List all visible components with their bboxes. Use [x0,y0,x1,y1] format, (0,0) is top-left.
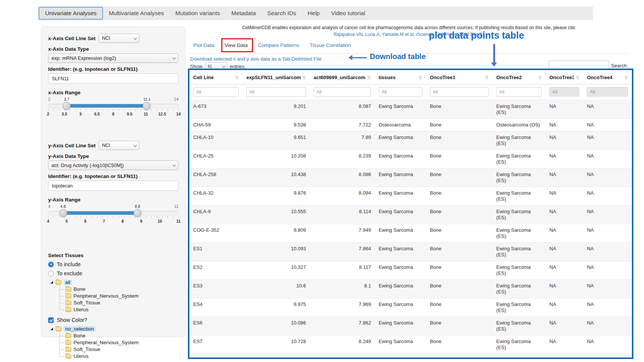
col-header-oncotree3[interactable]: OncoTree3⇅ [546,70,583,84]
tick-mark [64,109,65,111]
entries-per-page-value: 61 [208,64,212,69]
tissues-include-radio[interactable]: To include [48,261,178,267]
entries-per-page-select[interactable]: 61 [205,62,227,70]
folder-icon [66,294,71,298]
col-header-inner: OncoTree3⇅ [549,75,579,80]
show-color-checkbox[interactable]: Show Color? [48,317,178,323]
data-table-container: Cell Line⇅expSLFN11_uniSarcoma⇅act609699… [189,70,632,357]
cell-oncotree4: NA [583,169,632,187]
cell-expslfn11-unisarcoma: 10.555 [242,206,310,224]
filter-input-oncotree1[interactable] [430,87,489,97]
tree-root-no-selection[interactable]: no_selection [50,326,178,332]
col-header-expslfn11-unisarcoma[interactable]: expSLFN11_uniSarcoma⇅ [242,70,310,84]
cell-oncotree4: NA [583,150,632,169]
col-header-oncotree4[interactable]: OncoTree4⇅ [583,70,632,84]
tab-compare-patterns[interactable]: Compare Patterns [258,42,300,48]
filter-input-oncotree2[interactable] [496,87,542,97]
sort-icon[interactable]: ⇅ [624,75,628,80]
tissue-include-tree[interactable]: allBonePeripheral_Nervous_SystemSoft_Tis… [50,279,178,312]
tick-label: 11 [144,112,148,116]
y-axis-data-type-label: y-Axis Data Type [48,153,178,159]
search-input[interactable] [549,61,609,71]
sort-icon[interactable]: ⇅ [538,75,542,80]
tick-label: 2 [47,112,49,116]
filter-cell-oncotree2 [492,84,546,100]
sort-icon[interactable]: ⇅ [575,75,579,80]
tree-item-peripheral-nervous-system[interactable]: Peripheral_Nervous_System [59,293,178,299]
cell-oncotree2: Ewing Sarcoma (ES) [492,317,546,335]
sort-icon[interactable]: ⇅ [235,75,239,80]
tick-mark [102,216,103,218]
sort-icon[interactable]: ⇅ [302,75,306,80]
nav-tab-metadata[interactable]: Metadata [226,6,262,20]
tree-node: Bone [66,286,178,292]
col-header-inner: OncoTree4⇅ [587,75,628,80]
cell-tissues: Osteosarcoma [375,119,426,131]
tab-view-data[interactable]: View Data [225,42,248,48]
tick-mark [64,216,65,218]
tree-item-bone[interactable]: Bone [59,333,178,339]
col-header-oncotree1[interactable]: OncoTree1⇅ [426,70,492,84]
col-header-cell-line[interactable]: Cell Line⇅ [189,70,242,84]
x-axis-identifier-input[interactable] [48,73,178,84]
tree-root-all[interactable]: all [50,279,178,285]
tab-plot-data[interactable]: Plot Data [193,42,214,48]
tick-mark [157,109,157,111]
y-axis-range-slider[interactable]: 4114.88.84567891011 [48,204,178,228]
filter-input-act609699-unisarcoma[interactable] [314,87,371,97]
tree-item-soft-tissue[interactable]: Soft_Tissue [59,346,178,352]
tree-children: BonePeripheral_Nervous_SystemSoft_Tissue… [59,286,178,312]
citation-link-row: Rajapakse.VN, Luna.A, Yamade.M et al. iS… [191,32,627,37]
tissue-color-tree[interactable]: no_selectionBonePeripheral_Nervous_Syste… [50,326,178,359]
nav-tab-univariate-analyses[interactable]: Univariate Analyses [39,7,103,20]
nav-tab-video-tutorial[interactable]: Video tutorial [325,6,371,20]
cell-oncotree3: NA [546,298,583,317]
tree-item-soft-tissue[interactable]: Soft_Tissue [59,300,178,306]
slider-labels: 2143.711.1 [48,97,178,102]
nav-tab-multivariate-analyses[interactable]: Multivariate Analyses [103,6,170,20]
tree-item-bone[interactable]: Bone [59,286,178,292]
tree-item-peripheral-nervous-system[interactable]: Peripheral_Nervous_System [59,340,178,345]
nav-tab-mutation-variants[interactable]: Mutation variants [170,6,226,20]
y-axis-data-type-select[interactable]: act: Drug Activity (-log10[IC50M]) [48,161,178,170]
cell-expslfn11-unisarcoma: 9.876 [242,187,310,206]
col-header-label: expSLFN11_uniSarcoma [246,75,300,80]
nav-tab-search-ids[interactable]: Search IDs [261,6,302,20]
cell-expslfn11-unisarcoma: 9.201 [242,100,310,119]
tree-item-uterus[interactable]: Uterus [59,307,178,312]
col-header-tissues[interactable]: tissues⇅ [375,70,426,84]
filter-cell-tissues [375,84,426,100]
tick-mark [53,216,54,218]
y-axis-identifier-input[interactable] [48,181,178,191]
nav-tab-help[interactable]: Help [302,6,325,20]
table-row: ES210.3278.117Ewing SarcomaBoneEwing Sar… [189,261,632,280]
filter-input-expslfn11-unisarcoma[interactable] [246,87,306,97]
tree-item-uterus[interactable]: Uterus [59,353,178,359]
slider-from-label: 3.7 [63,97,70,101]
sort-icon[interactable]: ⇅ [367,75,371,80]
cell-tissues: Ewing Sarcoma [375,150,426,169]
slider-selected-range [67,104,147,108]
sort-icon[interactable]: ⇅ [419,75,422,80]
tree-expander-icon[interactable] [50,281,53,284]
sort-icon[interactable]: ⇅ [485,75,489,80]
download-tab-delimited-link[interactable]: Download selected x and y axis data as a… [190,56,322,62]
cell-tissues: Ewing Sarcoma [375,100,426,119]
filter-input-cell-line[interactable] [193,87,239,97]
x-axis-cell-line-set-select[interactable]: NCI [98,34,139,43]
tab-tissue-correlation[interactable]: Tissue Correlation [309,42,351,48]
cell-oncotree1: Bone [426,150,492,169]
cell-oncotree4: NA [583,224,632,243]
col-header-oncotree2[interactable]: OncoTree2⇅ [492,70,546,84]
slider-track[interactable] [48,211,178,215]
cell-oncotree4: NA [583,243,632,261]
table-row: CHLA-25810.4388.086Ewing SarcomaBoneEwin… [189,169,632,187]
y-axis-cell-line-set-select[interactable]: NCI [98,141,139,150]
col-header-act609699-unisarcoma[interactable]: act609699_uniSarcoma⇅ [310,70,375,84]
slider-track[interactable] [48,104,178,108]
filter-input-tissues[interactable] [378,87,422,97]
tissues-exclude-radio[interactable]: To exclude [48,270,178,276]
tree-expander-icon[interactable] [50,328,53,330]
x-axis-range-slider[interactable]: 2143.711.123.556.589.51112.514 [48,97,178,120]
x-axis-data-type-select[interactable]: exp: mRNA Expression (log2) [48,53,178,63]
